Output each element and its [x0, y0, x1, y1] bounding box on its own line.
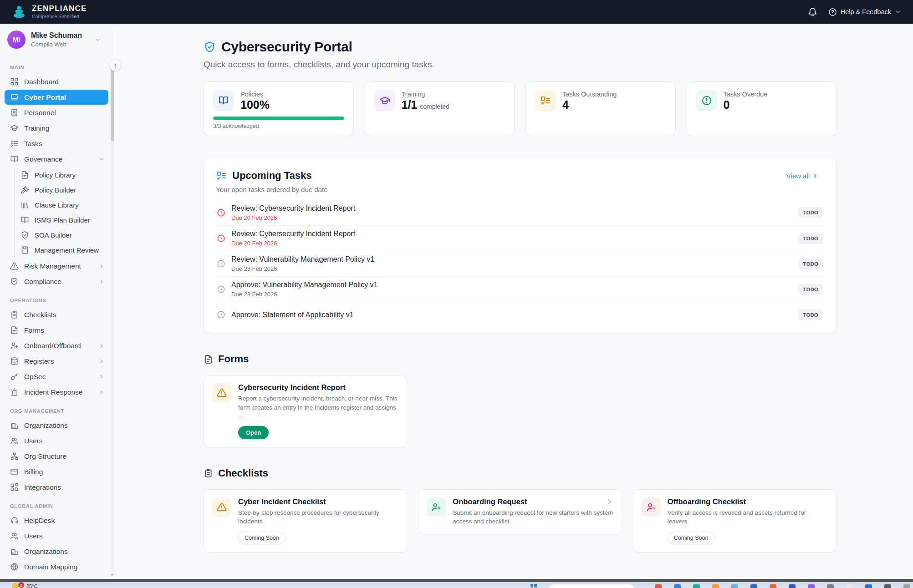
sidebar-item-isms-plan-builder[interactable]: ISMS Plan Builder [15, 213, 108, 228]
taskbar-app-icon[interactable] [884, 584, 891, 588]
sidebar-item-clause-library[interactable]: Clause Library [15, 198, 108, 213]
notebook-icon [20, 246, 29, 254]
grad-cap-icon [10, 124, 19, 132]
sidebar-item-dashboard[interactable]: Dashboard [5, 74, 108, 89]
sidebar-item-domain-mapping[interactable]: Domain Mapping [5, 559, 108, 574]
sidebar-item-governance[interactable]: Governance [5, 152, 108, 167]
taskbar-app-icon[interactable] [750, 584, 757, 588]
brand-name: ZENPLIANCE [32, 5, 87, 13]
sidebar-item-forms[interactable]: Forms [5, 323, 108, 338]
taskbar-app-icon[interactable] [655, 584, 662, 588]
coming-soon-badge: Coming Soon [238, 532, 286, 544]
sidebar-item-opsec[interactable]: OpSec [5, 369, 108, 384]
taskbar-app-icon[interactable] [712, 584, 719, 588]
task-row[interactable]: Approve: Statement of Applicability v1TO… [216, 302, 824, 327]
task-due-date: Due 20 Feb 2026 [231, 240, 355, 247]
sidebar-item-registers[interactable]: Registers [5, 354, 108, 369]
building-icon [10, 547, 19, 556]
windows-start-icon[interactable] [530, 584, 537, 588]
sidebar-item-checklists[interactable]: Checklists [5, 307, 108, 322]
taskbar-app-icon[interactable] [693, 584, 700, 588]
card-description: Report a cybersecurity incident, breach,… [238, 394, 398, 421]
task-status-badge: TODO [798, 284, 823, 295]
sidebar-item-subscriptions[interactable]: Subscriptions [5, 575, 108, 579]
form-card-cybersecurity-incident-report[interactable]: Cybersecurity Incident ReportReport a cy… [204, 375, 407, 447]
sidebar-item-label: Forms [24, 326, 44, 335]
taskbar-app-icon[interactable] [731, 584, 738, 588]
temperature-label: 25°C [26, 583, 38, 588]
sidebar-item-label: Onboard/Offboard [24, 342, 81, 350]
sidebar-item-users[interactable]: Users [5, 528, 108, 543]
sidebar-item-training[interactable]: Training [5, 121, 108, 136]
sidebar-item-label: Incident Response [24, 388, 82, 396]
clipboard-icon [204, 468, 213, 478]
sidebar-item-label: Management Review [35, 246, 99, 254]
task-status-badge: TODO [798, 259, 823, 269]
sidebar-item-organizations[interactable]: Organizations [5, 544, 108, 559]
stat-card-policies: Policies100%3/3 acknowledged [204, 81, 354, 136]
stat-label: Tasks Overdue [724, 91, 768, 98]
stats-row: Policies100%3/3 acknowledgedTraining1/1c… [204, 81, 836, 136]
sidebar-item-soa-builder[interactable]: SOA Builder [15, 228, 108, 243]
card-title: Cyber Incident Checklist [238, 497, 326, 506]
sidebar-item-integrations[interactable]: Integrations [5, 480, 108, 495]
taskbar-app-icon[interactable] [770, 584, 776, 588]
taskbar-weather-widget[interactable]: 1 25°C [12, 583, 38, 588]
task-row[interactable]: Review: Vulnerability Management Policy … [216, 251, 824, 276]
help-circle-icon [828, 8, 837, 16]
view-all-button[interactable]: View all [786, 172, 824, 180]
checklist-card-offboarding-checklist[interactable]: Offboarding ChecklistVerify all access i… [633, 489, 836, 553]
sidebar-item-billing[interactable]: Billing [5, 464, 108, 479]
help-feedback-button[interactable]: Help & Feedback [828, 8, 901, 16]
forms-grid: Cybersecurity Incident ReportReport a cy… [204, 375, 836, 447]
shield-check-icon [10, 277, 19, 286]
stat-card-tasks-outstanding: Tasks Outstanding4 [525, 81, 676, 136]
notifications-bell-icon[interactable] [808, 7, 817, 17]
taskbar-app-icon[interactable] [846, 584, 853, 588]
app-logo[interactable]: ZENPLIANCE Compliance Simplified [12, 5, 87, 20]
shield-check-icon [204, 41, 216, 53]
stat-footnote: 3/3 acknowledged [213, 123, 344, 129]
sidebar-item-personnel[interactable]: Personnel [5, 105, 108, 120]
sidebar-collapse-button[interactable] [109, 59, 121, 71]
sidebar-item-helpdesk[interactable]: HelpDesk [5, 513, 108, 528]
sidebar-item-incident-response[interactable]: Incident Response [5, 385, 108, 400]
zenpliance-logo-icon [12, 5, 26, 19]
card-title: Offboarding Checklist [668, 497, 746, 506]
credit-card-icon [10, 578, 19, 579]
user-profile[interactable]: MI Mike Schuman Complia Web [0, 24, 115, 55]
checklist-card-onboarding-request[interactable]: Onboarding RequestSubmit an onboarding r… [418, 489, 622, 534]
sidebar-item-org-structure[interactable]: Org Structure [5, 449, 108, 464]
sidebar-item-policy-builder[interactable]: Policy Builder [15, 182, 108, 198]
taskbar-app-icon[interactable] [827, 584, 834, 588]
open-button[interactable]: Open [238, 426, 269, 439]
sidebar-item-users[interactable]: Users [5, 433, 108, 448]
clock-icon [217, 234, 225, 243]
taskbar-search-input[interactable] [549, 584, 634, 588]
sidebar-item-onboard-offboard[interactable]: Onboard/Offboard [5, 338, 108, 353]
taskbar-app-icon[interactable] [808, 584, 815, 588]
task-row[interactable]: Review: Cybersecurity Incident ReportDue… [216, 200, 824, 225]
sidebar-item-management-review[interactable]: Management Review [15, 243, 108, 258]
taskbar-app-icon[interactable] [865, 584, 872, 588]
sidebar-item-risk-management[interactable]: Risk Management [5, 259, 108, 274]
taskbar-app-icon[interactable] [789, 584, 796, 588]
stat-card-training: Training1/1completed [365, 81, 515, 136]
sidebar-item-label: Integrations [24, 483, 61, 492]
sidebar-scrollbar[interactable]: ▼ [111, 65, 114, 571]
sidebar-item-organizations[interactable]: Organizations [5, 418, 108, 433]
sidebar-item-tasks[interactable]: Tasks [5, 136, 108, 151]
scrollbar-thumb[interactable] [111, 65, 114, 141]
checklist-card-cyber-incident-checklist[interactable]: Cyber Incident ChecklistStep-by-step res… [204, 489, 407, 553]
alert-circle-icon [701, 95, 712, 106]
task-row[interactable]: Approve: Vulnerability Management Policy… [216, 276, 824, 302]
user-org: Complia Web [31, 41, 82, 48]
taskbar-app-icon[interactable] [674, 584, 681, 588]
scroll-down-arrow-icon[interactable]: ▼ [110, 573, 114, 577]
sidebar-item-policy-library[interactable]: Policy Library [15, 167, 108, 182]
task-row[interactable]: Review: Cybersecurity Incident ReportDue… [216, 225, 824, 251]
gavel-icon [20, 186, 29, 194]
sidebar-item-cyber-portal[interactable]: Cyber Portal [5, 90, 108, 105]
sidebar-item-compliance[interactable]: Compliance [5, 274, 108, 289]
taskbar-app-icon[interactable] [903, 584, 910, 588]
